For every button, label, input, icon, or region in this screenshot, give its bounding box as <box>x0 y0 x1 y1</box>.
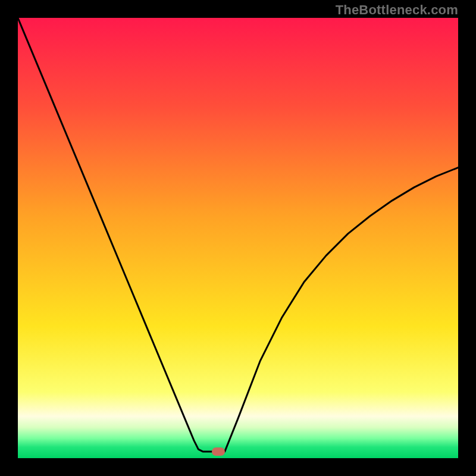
optimal-point-marker <box>212 447 225 456</box>
plot-area <box>18 18 458 458</box>
chart-frame: TheBottleneck.com <box>0 0 476 476</box>
watermark-text: TheBottleneck.com <box>336 2 458 18</box>
bottleneck-curve <box>18 18 458 458</box>
